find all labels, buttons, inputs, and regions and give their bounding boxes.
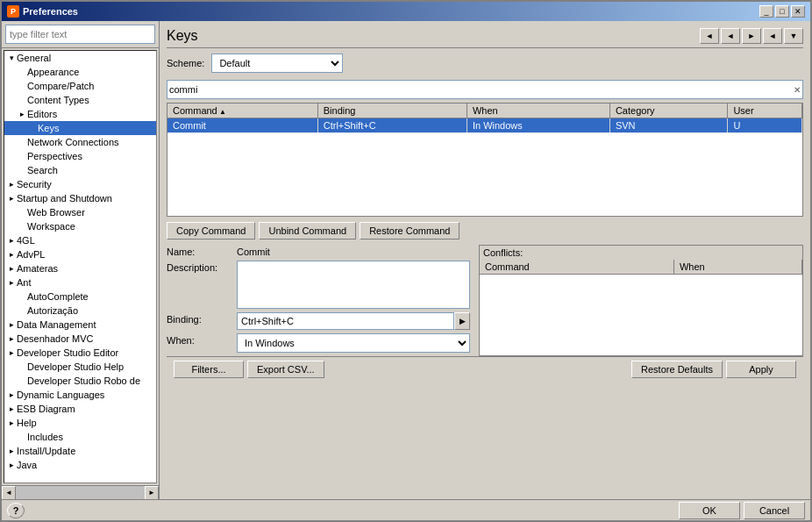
expand-icon-amateras[interactable]: ▸ — [6, 263, 17, 274]
tree-item-help[interactable]: ▸Help — [4, 416, 156, 430]
maximize-button[interactable]: □ — [775, 5, 789, 18]
tree-item-4gl[interactable]: ▸4GL — [4, 233, 156, 247]
table-header-row: Command Binding When Category User — [167, 104, 802, 118]
help-button[interactable]: ? — [7, 503, 25, 518]
tree-item-data-management[interactable]: ▸Data Management — [4, 318, 156, 332]
expand-icon-security[interactable]: ▸ — [6, 179, 17, 189]
conflicts-col-command: Command — [480, 260, 673, 275]
ok-button[interactable]: OK — [679, 502, 740, 519]
description-textarea[interactable] — [237, 261, 470, 309]
tree-item-keys[interactable]: Keys — [4, 121, 156, 135]
tree-item-editors[interactable]: ▸Editors — [4, 107, 156, 121]
scroll-track[interactable] — [16, 486, 145, 499]
expand-icon-startup-shutdown[interactable]: ▸ — [6, 193, 17, 204]
tree-container[interactable]: ▾GeneralAppearanceCompare/PatchContent T… — [4, 50, 157, 483]
restore-command-button[interactable]: Restore Command — [360, 222, 459, 240]
expand-icon-developer-studio-editor[interactable]: ▸ — [6, 347, 17, 358]
tree-item-web-browser[interactable]: Web Browser — [4, 205, 156, 219]
forward-dropdown-button[interactable]: ◄ — [763, 28, 782, 44]
expand-icon-advpl[interactable]: ▸ — [6, 249, 17, 260]
tree-label-autorizacao: Autorização — [27, 305, 78, 316]
tree-item-appearance[interactable]: Appearance — [4, 65, 156, 79]
tree-item-general[interactable]: ▾General — [4, 51, 156, 65]
filter-input[interactable] — [5, 25, 155, 44]
tree-item-developer-studio-editor[interactable]: ▸Developer Studio Editor — [4, 346, 156, 360]
tree-item-developer-studio-help[interactable]: Developer Studio Help — [4, 360, 156, 374]
tree-item-dynamic-languages[interactable]: ▸Dynamic Languages — [4, 388, 156, 402]
tree-item-advpl[interactable]: ▸AdvPL — [4, 247, 156, 261]
binding-input-row: ▶ — [237, 312, 470, 330]
dialog-buttons: OK Cancel — [679, 502, 805, 519]
column-when[interactable]: When — [467, 104, 609, 118]
scroll-right-button[interactable]: ► — [145, 486, 159, 500]
tree-item-network-connections[interactable]: Network Connections — [4, 135, 156, 149]
unbind-command-button[interactable]: Unbind Command — [259, 222, 356, 240]
restore-defaults-button[interactable]: Restore Defaults — [631, 361, 723, 378]
apply-button[interactable]: Apply — [726, 361, 796, 378]
action-buttons: Copy Command Unbind Command Restore Comm… — [167, 222, 803, 240]
keys-search-input[interactable] — [169, 84, 801, 95]
close-button[interactable]: ✕ — [791, 5, 805, 18]
tree-label-java: Java — [17, 460, 37, 470]
search-area: ✕ — [167, 80, 803, 99]
column-user[interactable]: User — [728, 104, 802, 118]
scroll-left-button[interactable]: ◄ — [2, 486, 16, 500]
horizontal-scrollbar[interactable]: ◄ ► — [2, 485, 159, 499]
scheme-select[interactable]: Default — [211, 54, 343, 73]
tree-item-content-types[interactable]: Content Types — [4, 93, 156, 107]
tree-item-workspace[interactable]: Workspace — [4, 219, 156, 233]
expand-icon-help[interactable]: ▸ — [6, 418, 17, 428]
search-clear-icon[interactable]: ✕ — [794, 85, 801, 95]
expand-icon-general[interactable]: ▾ — [6, 53, 17, 63]
expand-icon-data-management[interactable]: ▸ — [6, 319, 17, 330]
expand-icon-java[interactable]: ▸ — [6, 460, 17, 470]
filters-button[interactable]: Filters... — [174, 361, 244, 378]
tree-item-security[interactable]: ▸Security — [4, 177, 156, 191]
tree-label-startup-shutdown: Startup and Shutdown — [17, 193, 112, 204]
expand-icon-4gl[interactable]: ▸ — [6, 235, 17, 246]
tree-item-desenhador-mvc[interactable]: ▸Desenhador MVC — [4, 332, 156, 346]
expand-icon-install-update[interactable]: ▸ — [6, 446, 17, 456]
cancel-button[interactable]: Cancel — [744, 502, 805, 519]
tree-item-autorizacao[interactable]: Autorização — [4, 304, 156, 318]
tree-item-search[interactable]: Search — [4, 163, 156, 177]
scheme-row: Scheme: Default — [167, 54, 803, 73]
export-csv-button[interactable]: Export CSV... — [247, 361, 324, 378]
tree-item-ant[interactable]: ▸Ant — [4, 275, 156, 290]
copy-command-button[interactable]: Copy Command — [167, 222, 255, 240]
column-category[interactable]: Category — [609, 104, 728, 118]
nav-dropdown-button[interactable]: ◄ — [721, 28, 740, 44]
expand-icon-editors[interactable]: ▸ — [17, 109, 27, 119]
binding-input[interactable] — [237, 312, 454, 330]
tree-item-amateras[interactable]: ▸Amateras — [4, 261, 156, 275]
keys-table-container[interactable]: Command Binding When Category User Commi… — [167, 103, 803, 217]
table-row[interactable]: Commit Ctrl+Shift+C In Windows SVN U — [167, 118, 802, 133]
menu-dropdown-button[interactable]: ▼ — [784, 28, 803, 44]
bottom-bar-left: Filters... Export CSV... — [174, 361, 324, 378]
tree-item-esb-diagram[interactable]: ▸ESB Diagram — [4, 402, 156, 416]
tree-item-install-update[interactable]: ▸Install/Update — [4, 444, 156, 458]
tree-item-developer-studio-robo[interactable]: Developer Studio Robo de — [4, 374, 156, 388]
back-button[interactable]: ◄ — [700, 28, 719, 44]
forward-button[interactable]: ► — [742, 28, 761, 44]
column-binding[interactable]: Binding — [317, 104, 467, 118]
tree-label-install-update: Install/Update — [17, 446, 75, 456]
expand-icon-dynamic-languages[interactable]: ▸ — [6, 390, 17, 400]
tree-item-java[interactable]: ▸Java — [4, 458, 156, 472]
preferences-window: P Preferences _ □ ✕ ▾GeneralAppearanceCo… — [0, 0, 812, 522]
tree-item-perspectives[interactable]: Perspectives — [4, 149, 156, 163]
column-command[interactable]: Command — [167, 104, 317, 118]
left-form: Name: Commit Description: Binding: ▶ — [167, 245, 470, 356]
tree-item-compare-patch[interactable]: Compare/Patch — [4, 79, 156, 93]
minimize-button[interactable]: _ — [759, 5, 773, 18]
when-select[interactable]: In Windows In Dialogs In Dialogs and Win… — [237, 333, 470, 353]
bottom-action-bar: Filters... Export CSV... Restore Default… — [167, 356, 803, 382]
tree-item-includes[interactable]: Includes — [4, 430, 156, 444]
expand-icon-ant[interactable]: ▸ — [6, 277, 17, 288]
binding-expand-button[interactable]: ▶ — [454, 312, 470, 330]
expand-icon-desenhador-mvc[interactable]: ▸ — [6, 333, 17, 344]
tree-item-autocomplete[interactable]: AutoComplete — [4, 290, 156, 304]
tree-item-startup-shutdown[interactable]: ▸Startup and Shutdown — [4, 191, 156, 205]
expand-icon-esb-diagram[interactable]: ▸ — [6, 404, 17, 414]
tree-label-general: General — [17, 53, 51, 63]
